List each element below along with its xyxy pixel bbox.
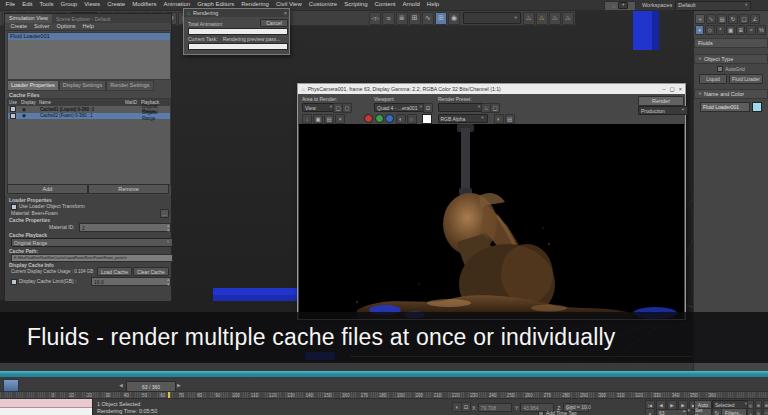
material-editor-icon[interactable]: ◉	[448, 12, 460, 25]
save-image-icon[interactable]: ↓	[302, 114, 312, 124]
remove-button[interactable]: Remove	[88, 184, 169, 194]
load-cache-button[interactable]: Load Cache	[97, 267, 132, 276]
tab-utilities-icon[interactable]: ∠	[750, 14, 760, 24]
maximize-icon[interactable]: ▢	[670, 86, 675, 92]
menu-content[interactable]: Content	[371, 1, 399, 8]
signin-teapot-button[interactable]: ♨▼	[604, 1, 636, 11]
maxscript-mini-listener[interactable]	[0, 399, 93, 415]
cache-playback-select[interactable]: Original Range▼	[11, 238, 173, 247]
category-helpers-icon[interactable]: ⊞	[736, 25, 745, 35]
simview-menu-help[interactable]: Help	[79, 23, 97, 30]
category-cameras-icon[interactable]: ▣	[726, 25, 735, 35]
clone-window-icon[interactable]: ▣	[313, 114, 323, 124]
tab-scene-explorer[interactable]: Scene Explorer - Default	[56, 16, 110, 22]
filters-button[interactable]: Filters...	[721, 408, 747, 415]
tab-motion-icon[interactable]: ↻	[728, 14, 738, 24]
menu-modifiers[interactable]: Modifiers	[129, 1, 160, 8]
menu-file[interactable]: File	[2, 1, 19, 8]
toggle-ribbon-icon[interactable]: ⊞	[409, 12, 421, 25]
clear-image-icon[interactable]: ×	[335, 114, 345, 124]
close-icon[interactable]: ×	[679, 86, 682, 92]
render-preset-select[interactable]: ▼	[438, 103, 484, 112]
frame-prev-arrow[interactable]: ◀	[119, 382, 123, 388]
schematic-view-icon[interactable]: ⊞	[435, 12, 447, 25]
liquid-button[interactable]: Liquid	[699, 74, 727, 84]
environment-icon[interactable]: ▢	[490, 103, 500, 113]
layer-explorer-icon[interactable]: ≣	[396, 12, 408, 25]
simview-menu-options[interactable]: Options	[53, 23, 79, 30]
current-frame-display[interactable]: 63 / 360	[126, 381, 176, 392]
red-channel-icon[interactable]	[364, 114, 373, 123]
menu-create[interactable]: Create	[104, 1, 129, 8]
table-row-cache02-selected[interactable]: ◉ Cache02 (Foam) 0-360 : 1 Original Rang…	[8, 113, 170, 120]
tab-create-icon[interactable]: +	[695, 14, 705, 24]
limit-spinner[interactable]: ▲▼	[166, 277, 170, 288]
render-iterative-icon[interactable]: ♨	[562, 12, 574, 25]
list-item-fluid-loader[interactable]: Fluid Loader001	[8, 33, 170, 40]
menu-scripting[interactable]: Scripting	[341, 1, 371, 8]
render-button[interactable]: Render	[638, 96, 684, 106]
tab-simulation-view[interactable]: Simulation View	[5, 14, 52, 23]
material-id-spinner[interactable]: ▲▼	[166, 223, 170, 234]
workspace-select[interactable]: Default▼	[675, 1, 751, 11]
rendered-frame-window-icon[interactable]: ♨	[536, 12, 548, 25]
cancel-button[interactable]: Cancel	[260, 19, 288, 27]
tab-display-settings[interactable]: Display Settings	[59, 80, 106, 92]
time-slider-handle[interactable]	[3, 379, 19, 392]
object-name-field[interactable]: Fluid Loader001	[700, 102, 750, 112]
close-icon[interactable]: ×	[284, 10, 287, 17]
area-to-render-select[interactable]: View▼	[302, 103, 336, 112]
pan-icon[interactable]: +	[747, 408, 754, 415]
category-lights-icon[interactable]: *	[716, 25, 725, 35]
category-systems-icon[interactable]: %	[757, 25, 766, 35]
display-cache-limit-checkbox[interactable]: Display Cache Limit(GB) :	[11, 278, 77, 285]
toggle-ui-icon[interactable]: ▤	[505, 114, 515, 124]
eye-icon[interactable]: ◉	[22, 113, 40, 118]
rendering-dialog-titlebar[interactable]: ♨Rendering ×	[184, 9, 289, 17]
frame-next-arrow[interactable]: ▶	[177, 382, 181, 388]
minimize-icon[interactable]: –	[663, 86, 666, 92]
orbit-icon[interactable]: ↻	[755, 408, 762, 415]
menu-group[interactable]: Group	[57, 1, 81, 8]
align-icon[interactable]: ≡	[382, 12, 394, 25]
x-field[interactable]: 79.708	[478, 403, 512, 412]
viewport-select[interactable]: Quad 4 - ...era001▼	[374, 103, 426, 112]
set-key-button[interactable]: Set K...	[694, 408, 712, 415]
frame-spinner[interactable]: ▲▼	[682, 408, 691, 413]
object-color-swatch[interactable]	[752, 102, 762, 112]
render-production-icon[interactable]: ♨	[549, 12, 561, 25]
tab-loader-properties[interactable]: Loader Properties	[7, 80, 59, 92]
cache-path-field[interactable]: E:/MaxFluidSim/RoofSimCache/LiquidFoam/B…	[11, 254, 173, 262]
green-channel-icon[interactable]	[375, 114, 384, 123]
menu-arnold[interactable]: Arnold	[399, 1, 423, 8]
name-color-rollout[interactable]: ▼Name and Color	[694, 89, 768, 99]
tab-hierarchy-icon[interactable]: ▤	[717, 14, 727, 24]
named-selection-sets-select[interactable]: ▼	[463, 12, 520, 24]
macro-recorder-pane[interactable]	[0, 399, 92, 408]
simulation-view-titlebar[interactable]: Simulation View Scene Explorer - Default	[5, 14, 171, 23]
category-geometry-icon[interactable]: ●	[695, 25, 704, 35]
region-zoom-icon[interactable]: ▢	[763, 408, 768, 415]
menu-help[interactable]: Help	[423, 1, 442, 8]
menu-tools[interactable]: Tools	[36, 1, 57, 8]
autogrid-checkbox[interactable]: AutoGrid	[694, 66, 768, 72]
print-image-icon[interactable]: ▤	[324, 114, 334, 124]
tab-render-settings[interactable]: Render Settings	[106, 80, 153, 92]
use-transform-checkbox[interactable]: Use Loader Object Transform	[11, 203, 85, 210]
display-cache-limit-field[interactable]: 16.0	[91, 277, 171, 286]
render-setup-icon[interactable]: ♨	[523, 12, 535, 25]
selection-lock-icon[interactable]: ⊡	[461, 402, 471, 412]
simview-menu-solver[interactable]: Solver	[31, 23, 54, 30]
rfw-image-area[interactable]	[299, 124, 684, 319]
channel-display-select[interactable]: RGB Alpha▼	[438, 114, 488, 123]
background-color-swatch[interactable]	[422, 114, 432, 124]
key-mode-icon[interactable]: ●	[645, 408, 655, 415]
lock-viewport-icon[interactable]: ⊡	[423, 103, 433, 113]
curve-editor-icon[interactable]: ∿	[422, 12, 434, 25]
category-shapes-icon[interactable]: ◇	[705, 25, 714, 35]
category-spacewarps-icon[interactable]: ≈	[746, 25, 755, 35]
material-button[interactable]: …	[160, 209, 169, 218]
object-type-rollout[interactable]: ▼Object Type	[694, 54, 768, 64]
time-slider-track[interactable]	[0, 371, 768, 377]
eye-icon[interactable]: ◉	[22, 107, 40, 112]
